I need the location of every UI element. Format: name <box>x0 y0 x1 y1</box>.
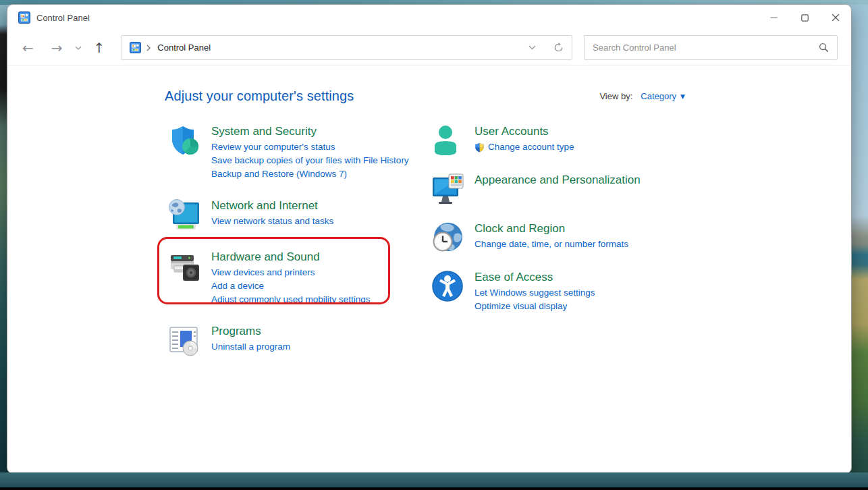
category-column-left: System and Security Review your computer… <box>168 124 431 375</box>
taskbar-edge <box>0 487 868 490</box>
category-appearance-and-personalization: Appearance and Personalization <box>431 173 851 207</box>
category-link[interactable]: Let Windows suggest settings <box>474 286 595 300</box>
chevron-down-icon <box>75 46 82 50</box>
category-network-and-internet: Network and Internet View network status… <box>168 198 431 232</box>
category-title[interactable]: User Accounts <box>474 124 574 139</box>
minimize-button[interactable] <box>758 5 789 30</box>
refresh-icon <box>553 43 564 53</box>
category-title[interactable]: Network and Internet <box>211 198 333 213</box>
navigation-bar: ← → ↑ Control Panel <box>7 30 851 65</box>
category-title[interactable]: Programs <box>211 324 290 339</box>
category-clock-and-region: Clock and Region Change date, time, or n… <box>431 221 851 255</box>
category-title[interactable]: Appearance and Personalization <box>474 173 641 188</box>
window-title: Control Panel <box>36 13 90 23</box>
desktop-wallpaper-bottom-sliver <box>0 472 868 487</box>
category-link[interactable]: View network status and tasks <box>211 215 333 228</box>
control-panel-window: Control Panel ← → ↑ <box>7 4 852 474</box>
view-by-value[interactable]: Category <box>641 91 676 101</box>
category-user-accounts: User Accounts Change account type <box>431 124 851 158</box>
category-link[interactable]: View devices and printers <box>211 266 315 279</box>
search-icon[interactable] <box>819 43 829 53</box>
control-panel-app-icon <box>18 11 30 24</box>
breadcrumb-root[interactable]: Control Panel <box>157 43 211 53</box>
category-link[interactable]: Change account type <box>488 140 574 154</box>
forward-button[interactable]: → <box>51 41 63 55</box>
address-bar[interactable]: Control Panel <box>121 35 572 60</box>
minimize-icon <box>770 14 778 22</box>
category-link[interactable]: Adjust commonly used mobility settings <box>211 293 371 306</box>
close-button[interactable] <box>820 5 851 30</box>
recent-pages-dropdown[interactable] <box>75 46 82 50</box>
monitor-globe-icon[interactable] <box>168 198 200 231</box>
category-title[interactable]: Hardware and Sound <box>211 250 371 265</box>
category-title[interactable]: Ease of Access <box>474 270 595 285</box>
breadcrumb-control-panel-icon <box>130 42 141 53</box>
close-icon <box>832 13 840 22</box>
view-by-label: View by: <box>599 91 632 101</box>
search-box <box>584 35 838 60</box>
page-title: Adjust your computer's settings <box>7 88 851 104</box>
category-link[interactable]: Optimize visual display <box>474 300 567 313</box>
program-window-disc-icon[interactable] <box>168 324 200 356</box>
category-title[interactable]: System and Security <box>211 124 409 139</box>
category-link[interactable]: Backup and Restore (Windows 7) <box>211 167 347 181</box>
monitor-themes-icon[interactable] <box>431 173 464 205</box>
category-link-row: Change account type <box>474 140 574 154</box>
accessibility-icon[interactable] <box>431 270 464 302</box>
user-silhouette-icon[interactable] <box>431 124 464 157</box>
globe-clock-icon[interactable] <box>431 221 464 254</box>
category-title[interactable]: Clock and Region <box>474 221 628 236</box>
maximize-icon <box>801 14 809 22</box>
category-link[interactable]: Change date, time, or number formats <box>474 238 628 251</box>
category-ease-of-access: Ease of Access Let Windows suggest setti… <box>431 270 851 313</box>
maximize-button[interactable] <box>789 5 820 30</box>
search-input[interactable] <box>593 43 819 53</box>
category-link[interactable]: Review your computer's status <box>211 140 335 154</box>
chevron-down-icon <box>528 45 536 50</box>
category-link[interactable]: Add a device <box>211 279 264 293</box>
titlebar: Control Panel <box>7 5 851 30</box>
view-by-dropdown-arrow-icon[interactable]: ▼ <box>680 93 685 100</box>
category-system-and-security: System and Security Review your computer… <box>168 124 431 181</box>
printer-speaker-icon[interactable] <box>168 250 200 282</box>
category-link[interactable]: Uninstall a program <box>211 340 290 354</box>
refresh-button[interactable] <box>553 43 564 53</box>
content-area: Adjust your computer's settings View by:… <box>7 65 851 375</box>
category-column-right: User Accounts Change account type <box>431 124 851 375</box>
category-hardware-and-sound: Hardware and Sound View devices and prin… <box>168 250 431 306</box>
back-button[interactable]: ← <box>22 41 34 55</box>
category-programs: Programs Uninstall a program <box>168 324 431 358</box>
category-columns: System and Security Review your computer… <box>7 124 851 375</box>
breadcrumb-chevron-icon <box>146 45 151 51</box>
up-button[interactable]: ↑ <box>94 41 105 55</box>
view-by-control: View by: Category ▼ <box>599 91 685 101</box>
category-link[interactable]: Save backup copies of your files with Fi… <box>211 154 409 167</box>
address-dropdown[interactable] <box>528 45 536 50</box>
uac-shield-icon <box>474 142 485 153</box>
shield-pie-icon[interactable] <box>168 124 200 157</box>
